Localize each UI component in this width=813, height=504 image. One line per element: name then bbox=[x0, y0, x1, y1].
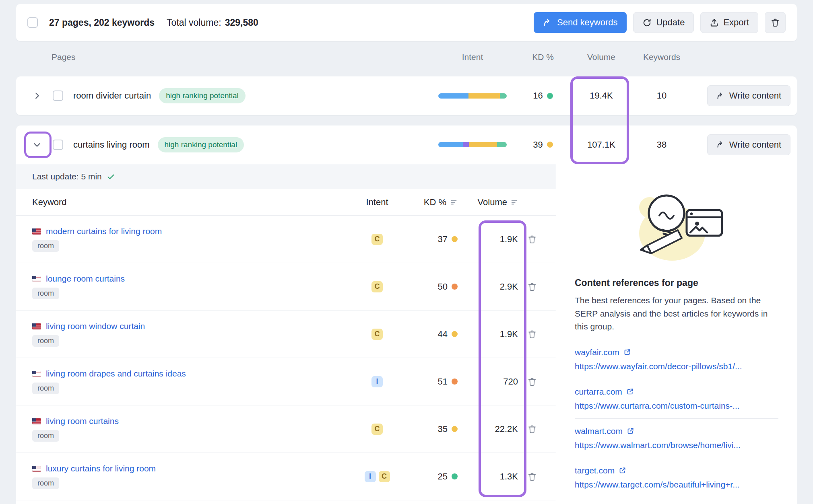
send-icon bbox=[543, 18, 553, 27]
intent-badge-c: C bbox=[379, 471, 390, 482]
reference-domain-link[interactable]: curtarra.com bbox=[575, 387, 622, 397]
keyword-link[interactable]: living room window curtain bbox=[46, 321, 145, 331]
select-all-checkbox[interactable] bbox=[27, 17, 38, 28]
intent-badge-i: I bbox=[371, 376, 383, 387]
intent-badge-i: I bbox=[365, 471, 376, 482]
reference-url: https://www.wayfair.com/decor-pillows/sb… bbox=[575, 362, 778, 371]
intent-badges: C bbox=[353, 281, 401, 292]
keyword-link[interactable]: living room curtains bbox=[46, 416, 119, 426]
intent-badges: IC bbox=[353, 471, 401, 482]
chevron-right-icon[interactable] bbox=[28, 91, 46, 100]
volume-value: 1.9K bbox=[458, 329, 518, 339]
reference-domain-link[interactable]: target.com bbox=[575, 466, 615, 475]
total-volume-value: 329,580 bbox=[225, 17, 258, 28]
keyword-tag: room bbox=[32, 288, 59, 299]
kd-dot bbox=[452, 236, 458, 242]
update-button[interactable]: Update bbox=[633, 12, 694, 33]
page-name: room divider curtain bbox=[73, 91, 151, 101]
sort-icon[interactable] bbox=[450, 199, 458, 206]
keyword-table-header: Keyword Intent KD % Volume bbox=[16, 189, 556, 216]
keyword-tag: room bbox=[32, 240, 59, 252]
delete-button[interactable] bbox=[765, 12, 786, 33]
column-volume: Volume bbox=[478, 197, 507, 208]
external-link-icon[interactable] bbox=[626, 388, 634, 395]
reference-domain-link[interactable]: walmart.com bbox=[575, 426, 623, 436]
page-row-room-divider-curtain: room divider curtain high ranking potent… bbox=[16, 76, 797, 115]
reference-url: https://www.walmart.com/browse/home/livi… bbox=[575, 440, 778, 450]
keyword-link[interactable]: lounge room curtains bbox=[46, 274, 125, 284]
refresh-icon bbox=[642, 18, 652, 27]
reference-item: walmart.com https://www.walmart.com/brow… bbox=[575, 419, 778, 458]
column-intent: Intent bbox=[428, 52, 517, 62]
keyword-row: modern curtains for living room room C 3… bbox=[16, 216, 556, 263]
kd-dot bbox=[547, 93, 553, 99]
intent-badge-c: C bbox=[371, 234, 383, 245]
volume-value: 1.9K bbox=[458, 234, 518, 245]
us-flag-icon bbox=[32, 371, 41, 377]
kd-value: 51 bbox=[438, 376, 448, 387]
keyword-row: living room curtains room C 35 22.2K bbox=[16, 405, 556, 453]
kd-value: 50 bbox=[438, 282, 448, 292]
export-label: Export bbox=[723, 17, 749, 28]
page-row-curtains-living-room-expanded: curtains living room high ranking potent… bbox=[16, 125, 797, 504]
trash-icon[interactable] bbox=[527, 424, 537, 434]
write-content-arrow-icon bbox=[716, 140, 725, 149]
sort-icon[interactable] bbox=[511, 199, 518, 206]
intent-badges: I bbox=[353, 376, 401, 387]
row-checkbox[interactable] bbox=[53, 140, 63, 150]
kd-value: 25 bbox=[438, 471, 448, 482]
update-label: Update bbox=[656, 17, 685, 28]
ranking-potential-badge: high ranking potential bbox=[159, 88, 246, 103]
keyword-tag: room bbox=[32, 477, 59, 489]
us-flag-icon bbox=[32, 466, 41, 472]
reference-domain-link[interactable]: wayfair.com bbox=[575, 348, 619, 357]
last-update-text: Last update: 5 min bbox=[32, 172, 102, 181]
write-content-label: Write content bbox=[729, 91, 781, 101]
kd-value: 44 bbox=[438, 329, 448, 339]
check-icon bbox=[107, 173, 115, 181]
write-content-button[interactable]: Write content bbox=[707, 134, 790, 155]
column-kd: KD % bbox=[517, 52, 569, 62]
chevron-down-icon[interactable] bbox=[28, 140, 46, 149]
volume-value: 19.4K bbox=[569, 91, 633, 101]
keyword-tag: room bbox=[32, 383, 59, 394]
reference-links: wayfair.com https://www.wayfair.com/deco… bbox=[575, 340, 778, 497]
trash-icon[interactable] bbox=[527, 472, 537, 481]
keywords-count: 38 bbox=[633, 140, 690, 150]
volume-value: 1.3K bbox=[458, 471, 518, 482]
row-checkbox[interactable] bbox=[53, 91, 63, 101]
send-keywords-label: Send keywords bbox=[557, 17, 617, 28]
total-volume: Total volume: 329,580 bbox=[167, 17, 258, 28]
trash-icon[interactable] bbox=[527, 235, 537, 244]
us-flag-icon bbox=[32, 323, 41, 329]
ranking-potential-badge: high ranking potential bbox=[158, 137, 244, 152]
intent-bar bbox=[438, 142, 507, 147]
keyword-link[interactable]: luxury curtains for living room bbox=[46, 464, 156, 473]
export-button[interactable]: Export bbox=[700, 12, 758, 33]
keyword-tag: room bbox=[32, 335, 59, 347]
trash-icon[interactable] bbox=[527, 377, 537, 387]
column-pages: Pages bbox=[16, 52, 76, 62]
keyword-row: luxury curtains for living room room IC … bbox=[16, 453, 556, 500]
column-keyword: Keyword bbox=[32, 197, 353, 208]
external-link-icon[interactable] bbox=[619, 467, 626, 474]
write-content-label: Write content bbox=[729, 140, 781, 150]
keyword-link[interactable]: living room drapes and curtains ideas bbox=[46, 369, 186, 379]
trash-icon[interactable] bbox=[527, 329, 537, 339]
external-link-icon[interactable] bbox=[623, 348, 631, 356]
trash-icon[interactable] bbox=[527, 282, 537, 292]
send-keywords-button[interactable]: Send keywords bbox=[534, 12, 627, 33]
intent-badges: C bbox=[353, 424, 401, 435]
trash-icon bbox=[770, 18, 780, 27]
external-link-icon[interactable] bbox=[627, 427, 634, 435]
write-content-button[interactable]: Write content bbox=[707, 85, 790, 106]
export-icon bbox=[710, 18, 719, 27]
last-update-bar: Last update: 5 min bbox=[16, 164, 556, 189]
intent-badges: C bbox=[353, 234, 401, 245]
keyword-link[interactable]: modern curtains for living room bbox=[46, 226, 162, 236]
keyword-row: living room drapes and curtains ideas ro… bbox=[16, 358, 556, 405]
intent-badge-c: C bbox=[371, 424, 383, 435]
intent-badge-c: C bbox=[371, 329, 383, 340]
volume-value: 720 bbox=[458, 376, 518, 387]
keyword-tag: room bbox=[32, 430, 59, 442]
